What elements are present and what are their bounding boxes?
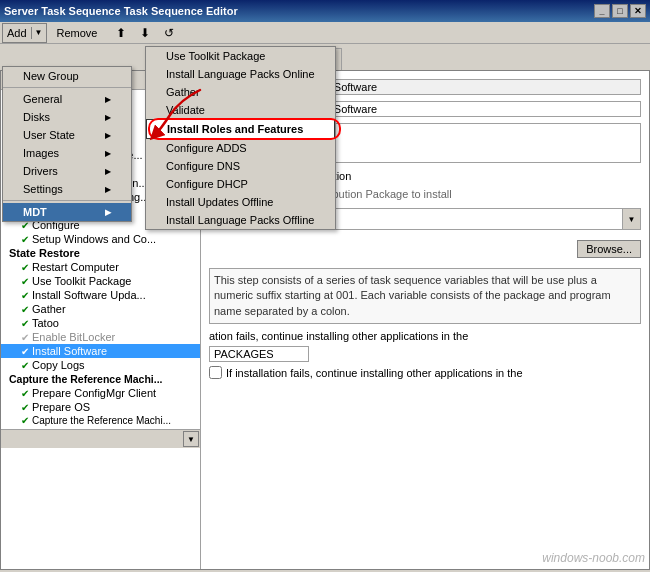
flyout-install-updates-offline[interactable]: Install Updates Offline <box>146 193 335 211</box>
check-icon-20: ✔ <box>21 402 29 413</box>
task-item-prepare-configmgr[interactable]: ✔ Prepare ConfigMgr Client <box>1 386 200 400</box>
continue-label: If installation fails, continue installi… <box>226 367 523 379</box>
remove-menu-item[interactable]: Remove <box>51 25 104 41</box>
menu-bar: Add ▼ Remove ⬆ ⬇ ↺ New Group General Dis… <box>0 22 650 44</box>
group-capture: Capture the Reference Machi... <box>1 372 200 386</box>
menu-drivers[interactable]: Drivers <box>3 162 131 180</box>
menu-new-group[interactable]: New Group <box>3 67 131 85</box>
packages-input[interactable] <box>209 346 309 362</box>
task-label-gather: Gather <box>32 303 66 315</box>
task-item-copy-logs[interactable]: ✔ Copy Logs <box>1 358 200 372</box>
flyout-install-lang-online[interactable]: Install Language Packs Online <box>146 65 335 83</box>
name-input[interactable] <box>299 101 641 117</box>
continue-checkbox[interactable] <box>209 366 222 379</box>
check-icon-11: ✔ <box>21 262 29 273</box>
flyout-install-roles[interactable]: Install Roles and Features <box>146 119 335 139</box>
check-icon-19: ✔ <box>21 388 29 399</box>
menu-separator-1 <box>3 87 131 88</box>
menu-settings[interactable]: Settings <box>3 180 131 198</box>
add-button-arrow-icon: ▼ <box>32 28 46 37</box>
refresh-icon[interactable]: ↺ <box>159 23 179 43</box>
task-label-bitlocker: Enable BitLocker <box>32 331 115 343</box>
check-icon-18: ✔ <box>21 360 29 371</box>
flyout-configure-dns[interactable]: Configure DNS <box>146 157 335 175</box>
check-icon-10: ✔ <box>21 234 29 245</box>
move-down-icon[interactable]: ⬇ <box>135 23 155 43</box>
task-item-bitlocker[interactable]: ✔ Enable BitLocker <box>1 330 200 344</box>
task-label-install-updates: Install Software Upda... <box>32 289 146 301</box>
flyout-gather[interactable]: Gather <box>146 83 335 101</box>
task-label-setup-windows: Setup Windows and Co... <box>32 233 156 245</box>
task-item-prepare-os[interactable]: ✔ Prepare OS <box>1 400 200 414</box>
menu-images[interactable]: Images <box>3 144 131 162</box>
menu-mdt[interactable]: MDT <box>3 203 131 221</box>
task-item-restart[interactable]: ✔ Restart Computer <box>1 260 200 274</box>
flyout-mdt-menu: Use Toolkit Package Install Language Pac… <box>145 46 336 230</box>
description-text: This step consists of a series of task s… <box>209 268 641 324</box>
title-bar: Server Task Sequence Task Sequence Edito… <box>0 0 650 22</box>
check-icon-13: ✔ <box>21 290 29 301</box>
flyout-validate[interactable]: Validate <box>146 101 335 119</box>
add-dropdown-menu: New Group General Disks User State Image… <box>2 66 132 222</box>
task-label-restart: Restart Computer <box>32 261 119 273</box>
menu-general[interactable]: General <box>3 90 131 108</box>
maximize-button[interactable]: □ <box>612 4 628 18</box>
task-item-install-updates[interactable]: ✔ Install Software Upda... <box>1 288 200 302</box>
move-up-icon[interactable]: ⬆ <box>111 23 131 43</box>
watermark: windows-noob.com <box>542 551 645 565</box>
flyout-use-toolkit[interactable]: Use Toolkit Package <box>146 47 335 65</box>
task-label-capture-ref: Capture the Reference Machi... <box>32 415 171 426</box>
flyout-configure-adds[interactable]: Configure ADDS <box>146 139 335 157</box>
flyout-install-lang-offline[interactable]: Install Language Packs Offline <box>146 211 335 229</box>
menu-disks[interactable]: Disks <box>3 108 131 126</box>
browse-button[interactable]: Browse... <box>577 240 641 258</box>
check-icon-21: ✔ <box>21 415 29 426</box>
check-icon-16: ✔ <box>21 332 29 343</box>
menu-separator-2 <box>3 200 131 201</box>
packages-input-row <box>209 346 641 362</box>
combo-arrow-icon[interactable]: ▼ <box>622 209 640 229</box>
task-label-tatoo: Tatoo <box>32 317 59 329</box>
task-label-prepare-os: Prepare OS <box>32 401 90 413</box>
add-button[interactable]: Add ▼ <box>2 23 47 43</box>
minimize-button[interactable]: _ <box>594 4 610 18</box>
task-label-install-software: Install Software <box>32 345 107 357</box>
description-textarea[interactable] <box>299 123 641 163</box>
window-controls[interactable]: _ □ ✕ <box>594 4 646 18</box>
toolbar: ⬆ ⬇ ↺ <box>111 23 179 43</box>
task-item-install-software[interactable]: ✔ Install Software <box>1 344 200 358</box>
task-item-gather[interactable]: ✔ Gather <box>1 302 200 316</box>
close-button[interactable]: ✕ <box>630 4 646 18</box>
check-icon-14: ✔ <box>21 304 29 315</box>
task-item-toolkit[interactable]: ✔ Use Toolkit Package <box>1 274 200 288</box>
packages-row: ation fails, continue installing other a… <box>209 330 641 342</box>
task-item-tatoo[interactable]: ✔ Tatoo <box>1 316 200 330</box>
check-icon-17: ✔ <box>21 346 29 357</box>
check-icon-12: ✔ <box>21 276 29 287</box>
task-label-copy-logs: Copy Logs <box>32 359 85 371</box>
title-text: Server Task Sequence Task Sequence Edito… <box>4 5 238 17</box>
type-input[interactable] <box>299 79 641 95</box>
task-item-capture-ref[interactable]: ✔ Capture the Reference Machi... <box>1 414 200 427</box>
group-state-restore: State Restore <box>1 246 200 260</box>
flyout-configure-dhcp[interactable]: Configure DHCP <box>146 175 335 193</box>
menu-user-state[interactable]: User State <box>3 126 131 144</box>
continue-row: If installation fails, continue installi… <box>209 366 641 379</box>
task-label-toolkit: Use Toolkit Package <box>32 275 131 287</box>
check-icon-15: ✔ <box>21 318 29 329</box>
add-button-label: Add <box>3 27 32 39</box>
scroll-down-btn[interactable]: ▼ <box>183 431 199 447</box>
packages-label-text: ation fails, continue installing other a… <box>209 330 468 342</box>
task-item-setup-windows[interactable]: ✔ Setup Windows and Co... <box>1 232 200 246</box>
task-label-prepare-configmgr: Prepare ConfigMgr Client <box>32 387 156 399</box>
browse-btn-row: Browse... <box>209 240 641 262</box>
